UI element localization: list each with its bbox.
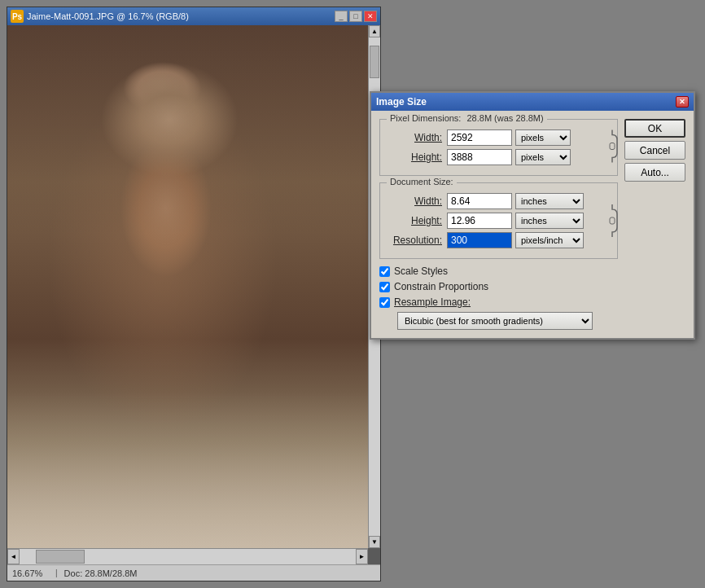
status-divider: | bbox=[55, 568, 58, 577]
photo-overlay-3 bbox=[7, 391, 368, 548]
photo-canvas bbox=[7, 25, 368, 548]
scroll-h-track[interactable] bbox=[20, 549, 356, 564]
doc-chain-svg bbox=[606, 203, 619, 239]
constrain-proportions-checkbox[interactable] bbox=[379, 282, 390, 292]
resolution-input[interactable] bbox=[447, 232, 512, 248]
pixel-width-unit-select[interactable]: pixels percent bbox=[515, 129, 571, 146]
scroll-down-button[interactable]: ▼ bbox=[369, 536, 380, 548]
ps-window: Ps Jaime-Matt-0091.JPG @ 16.7% (RGB/8) _… bbox=[7, 7, 381, 581]
document-size-label: Document Size: bbox=[387, 177, 457, 186]
scale-styles-checkbox[interactable] bbox=[379, 266, 390, 277]
document-size-group: Document Size: Width: inches cm mm point… bbox=[379, 182, 618, 259]
resample-image-checkbox[interactable] bbox=[379, 297, 390, 308]
ps-maximize-button[interactable]: □ bbox=[349, 11, 362, 22]
resolution-unit-select[interactable]: pixels/inch pixels/cm bbox=[515, 232, 584, 248]
pixel-dimensions-group: Pixel Dimensions: 28.8M (was 28.8M) Widt… bbox=[379, 119, 618, 176]
doc-size-info: Doc: 28.8M/28.8M bbox=[64, 568, 375, 578]
scroll-v-thumb[interactable] bbox=[370, 46, 379, 78]
doc-width-input[interactable] bbox=[447, 193, 512, 209]
pixel-height-row: Height: pixels percent bbox=[387, 149, 611, 165]
doc-chain-icon bbox=[606, 203, 619, 241]
scroll-up-button[interactable]: ▲ bbox=[369, 25, 380, 37]
pixel-width-label: Width: bbox=[387, 132, 442, 143]
dialog-title: Image Size bbox=[376, 96, 427, 108]
image-size-dialog: Image Size ✕ Pixel Dimensions: 28.8M (wa… bbox=[370, 91, 695, 340]
ps-title: Jaime-Matt-0091.JPG @ 16.7% (RGB/8) bbox=[27, 11, 335, 21]
ok-button[interactable]: OK bbox=[624, 119, 685, 138]
pixel-height-label: Height: bbox=[387, 151, 442, 163]
photo-overlay-2 bbox=[7, 25, 368, 235]
horizontal-scrollbar[interactable]: ◄ ► bbox=[7, 548, 368, 564]
resolution-row: Resolution: pixels/inch pixels/cm bbox=[387, 232, 611, 248]
pixel-width-row: Width: pixels percent bbox=[387, 129, 611, 146]
dialog-body: Pixel Dimensions: 28.8M (was 28.8M) Widt… bbox=[371, 111, 694, 338]
ps-window-controls: _ □ ✕ bbox=[335, 11, 377, 22]
resample-method-select[interactable]: Bicubic (best for smooth gradients) Near… bbox=[397, 312, 593, 330]
pixel-dimensions-size: 28.8M (was 28.8M) bbox=[466, 113, 543, 123]
doc-height-unit-select[interactable]: inches cm mm points picas percent bbox=[515, 213, 584, 229]
resample-method-row: Bicubic (best for smooth gradients) Near… bbox=[379, 312, 618, 330]
resample-image-label: Resample Image: bbox=[394, 296, 471, 308]
doc-width-unit-select[interactable]: inches cm mm points picas percent bbox=[515, 193, 584, 209]
pixel-chain-icon bbox=[606, 129, 619, 167]
scroll-h-thumb[interactable] bbox=[36, 550, 85, 564]
doc-rows-wrapper: Width: inches cm mm points picas percent bbox=[387, 193, 611, 248]
ps-icon: Ps bbox=[11, 10, 24, 23]
scroll-right-button[interactable]: ► bbox=[356, 549, 368, 564]
dialog-main-content: Pixel Dimensions: 28.8M (was 28.8M) Widt… bbox=[379, 119, 618, 330]
constrain-proportions-label: Constrain Proportions bbox=[394, 281, 488, 292]
photo-image bbox=[7, 25, 368, 548]
pixel-chain-svg bbox=[606, 129, 619, 165]
svg-rect-0 bbox=[610, 143, 615, 150]
doc-height-input[interactable] bbox=[447, 213, 512, 229]
doc-width-row: Width: inches cm mm points picas percent bbox=[387, 193, 611, 209]
dialog-buttons: OK Cancel Auto... bbox=[624, 119, 685, 330]
scroll-left-button[interactable]: ◄ bbox=[7, 549, 20, 564]
doc-width-label: Width: bbox=[387, 195, 442, 207]
ps-minimize-button[interactable]: _ bbox=[335, 11, 348, 22]
resolution-label: Resolution: bbox=[387, 235, 442, 246]
constrain-proportions-row: Constrain Proportions bbox=[379, 281, 618, 292]
pixel-height-unit-select[interactable]: pixels percent bbox=[515, 149, 571, 165]
svg-rect-1 bbox=[610, 217, 615, 224]
resample-image-row: Resample Image: bbox=[379, 296, 618, 308]
ps-statusbar: 16.67% | Doc: 28.8M/28.8M bbox=[7, 564, 380, 581]
cancel-button[interactable]: Cancel bbox=[624, 141, 685, 160]
doc-height-row: Height: inches cm mm points picas percen… bbox=[387, 213, 611, 229]
dialog-titlebar: Image Size ✕ bbox=[371, 93, 694, 111]
pixel-height-input[interactable] bbox=[447, 149, 512, 165]
pixel-dimensions-label: Pixel Dimensions: 28.8M (was 28.8M) bbox=[387, 113, 547, 123]
ps-titlebar: Ps Jaime-Matt-0091.JPG @ 16.7% (RGB/8) _… bbox=[7, 7, 380, 25]
zoom-level: 16.67% bbox=[12, 568, 49, 578]
scale-styles-row: Scale Styles bbox=[379, 265, 618, 277]
ps-close-button[interactable]: ✕ bbox=[364, 11, 377, 22]
doc-height-label: Height: bbox=[387, 215, 442, 226]
auto-button[interactable]: Auto... bbox=[624, 163, 685, 182]
scale-styles-label: Scale Styles bbox=[394, 265, 448, 277]
ps-canvas-area: ▲ ▼ ◄ ► bbox=[7, 25, 380, 564]
dialog-close-button[interactable]: ✕ bbox=[676, 96, 689, 108]
pixel-rows-wrapper: Width: pixels percent Height: pixels bbox=[387, 129, 611, 165]
pixel-width-input[interactable] bbox=[447, 129, 512, 146]
